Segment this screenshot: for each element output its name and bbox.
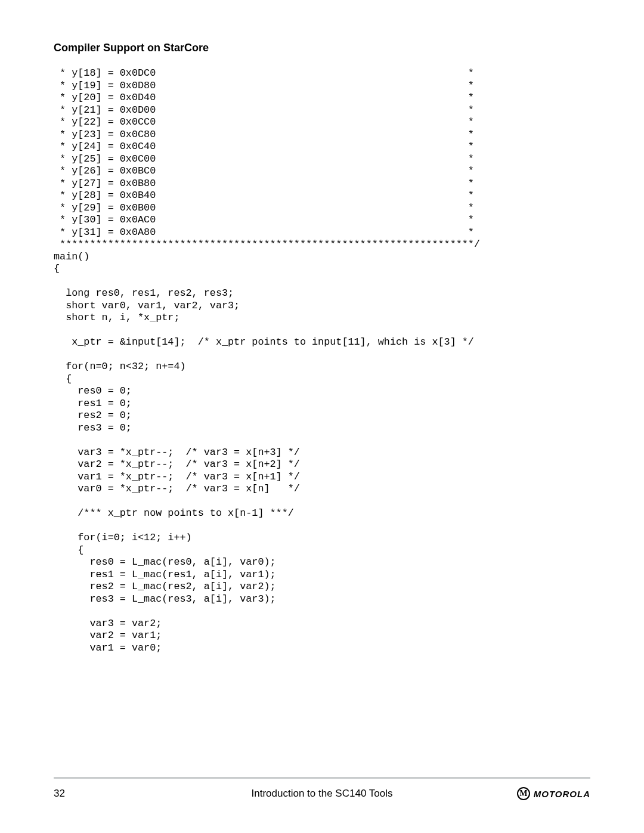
footer-rule — [54, 777, 590, 779]
section-title: Compiler Support on StarCore — [54, 42, 590, 54]
footer-row: 32 Introduction to the SC140 Tools M MOT… — [54, 787, 590, 800]
motorola-logo-icon: M — [517, 787, 530, 800]
motorola-logo-text: MOTOROLA — [534, 789, 590, 799]
footer: 32 Introduction to the SC140 Tools M MOT… — [54, 777, 590, 800]
code-block: * y[18] = 0x0DC0 * * y[19] = 0x0D80 * * … — [54, 67, 590, 654]
page-number: 32 — [54, 788, 65, 800]
footer-center-text: Introduction to the SC140 Tools — [54, 788, 590, 800]
document-page: Compiler Support on StarCore * y[18] = 0… — [0, 0, 644, 833]
motorola-logo: M MOTOROLA — [517, 787, 590, 800]
